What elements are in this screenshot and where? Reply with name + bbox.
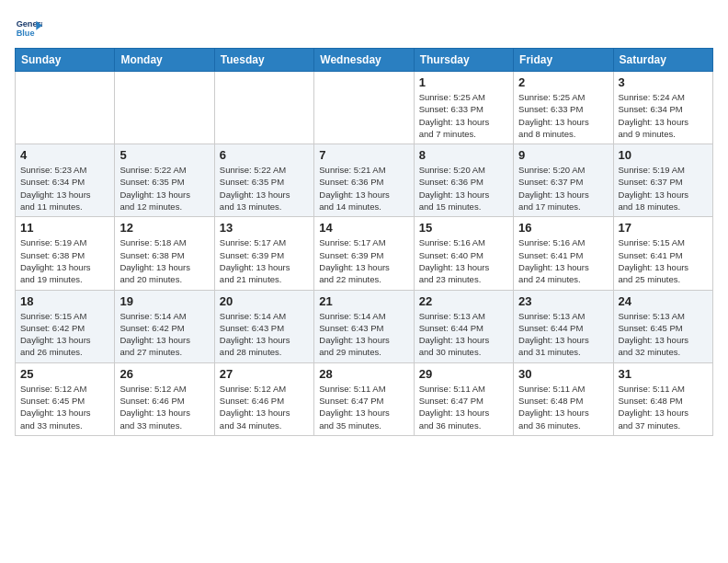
day-number: 2 [518, 75, 608, 89]
calendar-cell: 22Sunrise: 5:13 AM Sunset: 6:44 PM Dayli… [414, 290, 513, 362]
day-number: 4 [20, 148, 109, 162]
day-info: Sunrise: 5:13 AM Sunset: 6:45 PM Dayligh… [619, 310, 708, 359]
day-info: Sunrise: 5:21 AM Sunset: 6:36 PM Dayligh… [319, 164, 408, 213]
day-info: Sunrise: 5:11 AM Sunset: 6:48 PM Dayligh… [518, 383, 608, 431]
day-number: 26 [119, 367, 209, 381]
day-info: Sunrise: 5:12 AM Sunset: 6:45 PM Dayligh… [20, 383, 109, 431]
day-info: Sunrise: 5:14 AM Sunset: 6:43 PM Dayligh… [220, 310, 309, 359]
calendar-cell: 26Sunrise: 5:12 AM Sunset: 6:46 PM Dayli… [115, 362, 214, 435]
day-number: 12 [119, 221, 209, 235]
day-info: Sunrise: 5:24 AM Sunset: 6:34 PM Dayligh… [619, 91, 708, 140]
calendar-cell [314, 72, 414, 144]
day-info: Sunrise: 5:14 AM Sunset: 6:42 PM Dayligh… [119, 310, 209, 359]
day-number: 8 [419, 148, 508, 162]
calendar-cell: 2Sunrise: 5:25 AM Sunset: 6:33 PM Daylig… [514, 72, 613, 144]
day-number: 25 [20, 367, 109, 381]
day-number: 17 [619, 221, 708, 235]
day-info: Sunrise: 5:11 AM Sunset: 6:48 PM Dayligh… [619, 383, 708, 431]
day-number: 22 [419, 294, 508, 308]
day-info: Sunrise: 5:17 AM Sunset: 6:39 PM Dayligh… [220, 236, 309, 285]
day-number: 11 [20, 221, 109, 235]
calendar-table: SundayMondayTuesdayWednesdayThursdayFrid… [15, 48, 713, 436]
calendar-cell: 29Sunrise: 5:11 AM Sunset: 6:47 PM Dayli… [414, 362, 513, 435]
day-info: Sunrise: 5:11 AM Sunset: 6:47 PM Dayligh… [319, 383, 408, 431]
calendar-cell: 30Sunrise: 5:11 AM Sunset: 6:48 PM Dayli… [514, 362, 613, 435]
day-number: 15 [419, 221, 508, 235]
day-number: 20 [220, 294, 309, 308]
day-number: 18 [20, 294, 109, 308]
day-number: 21 [319, 294, 408, 308]
day-info: Sunrise: 5:13 AM Sunset: 6:44 PM Dayligh… [419, 310, 508, 359]
weekday-header-sunday: Sunday [16, 49, 115, 72]
weekday-header-monday: Monday [115, 49, 214, 72]
day-info: Sunrise: 5:23 AM Sunset: 6:34 PM Dayligh… [20, 164, 109, 213]
day-info: Sunrise: 5:15 AM Sunset: 6:42 PM Dayligh… [20, 310, 109, 359]
calendar-cell: 31Sunrise: 5:11 AM Sunset: 6:48 PM Dayli… [613, 362, 712, 435]
day-info: Sunrise: 5:16 AM Sunset: 6:41 PM Dayligh… [518, 236, 608, 285]
day-number: 28 [319, 367, 408, 381]
calendar-cell: 5Sunrise: 5:22 AM Sunset: 6:35 PM Daylig… [115, 144, 214, 217]
day-number: 31 [619, 367, 708, 381]
calendar-cell: 6Sunrise: 5:22 AM Sunset: 6:35 PM Daylig… [214, 144, 313, 217]
day-number: 7 [319, 148, 408, 162]
calendar-cell: 1Sunrise: 5:25 AM Sunset: 6:33 PM Daylig… [414, 72, 513, 144]
day-number: 29 [419, 367, 508, 381]
day-number: 10 [619, 148, 708, 162]
svg-text:Blue: Blue [17, 29, 35, 38]
day-number: 27 [220, 367, 309, 381]
calendar-cell: 14Sunrise: 5:17 AM Sunset: 6:39 PM Dayli… [314, 217, 414, 290]
weekday-header-tuesday: Tuesday [214, 49, 313, 72]
calendar-cell [115, 72, 214, 144]
day-number: 24 [619, 294, 708, 308]
week-row-5: 25Sunrise: 5:12 AM Sunset: 6:45 PM Dayli… [16, 362, 713, 435]
day-info: Sunrise: 5:25 AM Sunset: 6:33 PM Dayligh… [518, 91, 608, 140]
day-number: 9 [518, 148, 608, 162]
day-number: 30 [518, 367, 608, 381]
week-row-1: 1Sunrise: 5:25 AM Sunset: 6:33 PM Daylig… [16, 72, 713, 144]
calendar-cell: 19Sunrise: 5:14 AM Sunset: 6:42 PM Dayli… [115, 290, 214, 362]
logo-icon: General Blue [15, 15, 42, 42]
day-info: Sunrise: 5:11 AM Sunset: 6:47 PM Dayligh… [419, 383, 508, 431]
day-number: 6 [220, 148, 309, 162]
day-number: 3 [619, 75, 708, 89]
weekday-header-thursday: Thursday [414, 49, 513, 72]
day-number: 13 [220, 221, 309, 235]
calendar-cell: 13Sunrise: 5:17 AM Sunset: 6:39 PM Dayli… [214, 217, 313, 290]
day-info: Sunrise: 5:13 AM Sunset: 6:44 PM Dayligh… [518, 310, 608, 359]
calendar-cell: 23Sunrise: 5:13 AM Sunset: 6:44 PM Dayli… [514, 290, 613, 362]
weekday-header-row: SundayMondayTuesdayWednesdayThursdayFrid… [16, 49, 713, 72]
calendar-cell: 24Sunrise: 5:13 AM Sunset: 6:45 PM Dayli… [613, 290, 712, 362]
weekday-header-friday: Friday [514, 49, 613, 72]
calendar-cell: 9Sunrise: 5:20 AM Sunset: 6:37 PM Daylig… [514, 144, 613, 217]
day-info: Sunrise: 5:20 AM Sunset: 6:36 PM Dayligh… [419, 164, 508, 213]
day-number: 1 [419, 75, 508, 89]
day-info: Sunrise: 5:12 AM Sunset: 6:46 PM Dayligh… [220, 383, 309, 431]
calendar-cell: 21Sunrise: 5:14 AM Sunset: 6:43 PM Dayli… [314, 290, 414, 362]
day-number: 16 [518, 221, 608, 235]
weekday-header-saturday: Saturday [613, 49, 712, 72]
calendar-cell: 28Sunrise: 5:11 AM Sunset: 6:47 PM Dayli… [314, 362, 414, 435]
week-row-2: 4Sunrise: 5:23 AM Sunset: 6:34 PM Daylig… [16, 144, 713, 217]
weekday-header-wednesday: Wednesday [314, 49, 414, 72]
calendar-cell: 8Sunrise: 5:20 AM Sunset: 6:36 PM Daylig… [414, 144, 513, 217]
page: General Blue SundayMondayTuesdayWednesda… [0, 0, 728, 445]
day-info: Sunrise: 5:19 AM Sunset: 6:37 PM Dayligh… [619, 164, 708, 213]
calendar-cell: 10Sunrise: 5:19 AM Sunset: 6:37 PM Dayli… [613, 144, 712, 217]
calendar-cell: 20Sunrise: 5:14 AM Sunset: 6:43 PM Dayli… [214, 290, 313, 362]
calendar-cell: 3Sunrise: 5:24 AM Sunset: 6:34 PM Daylig… [613, 72, 712, 144]
day-info: Sunrise: 5:15 AM Sunset: 6:41 PM Dayligh… [619, 236, 708, 285]
day-number: 5 [119, 148, 209, 162]
day-info: Sunrise: 5:16 AM Sunset: 6:40 PM Dayligh… [419, 236, 508, 285]
day-number: 14 [319, 221, 408, 235]
calendar-cell: 16Sunrise: 5:16 AM Sunset: 6:41 PM Dayli… [514, 217, 613, 290]
day-info: Sunrise: 5:20 AM Sunset: 6:37 PM Dayligh… [518, 164, 608, 213]
calendar-cell: 15Sunrise: 5:16 AM Sunset: 6:40 PM Dayli… [414, 217, 513, 290]
calendar-cell: 7Sunrise: 5:21 AM Sunset: 6:36 PM Daylig… [314, 144, 414, 217]
day-number: 23 [518, 294, 608, 308]
calendar-cell: 4Sunrise: 5:23 AM Sunset: 6:34 PM Daylig… [16, 144, 115, 217]
calendar-cell [214, 72, 313, 144]
day-info: Sunrise: 5:25 AM Sunset: 6:33 PM Dayligh… [419, 91, 508, 140]
calendar-cell: 12Sunrise: 5:18 AM Sunset: 6:38 PM Dayli… [115, 217, 214, 290]
calendar-cell: 18Sunrise: 5:15 AM Sunset: 6:42 PM Dayli… [16, 290, 115, 362]
logo: General Blue [15, 15, 42, 42]
